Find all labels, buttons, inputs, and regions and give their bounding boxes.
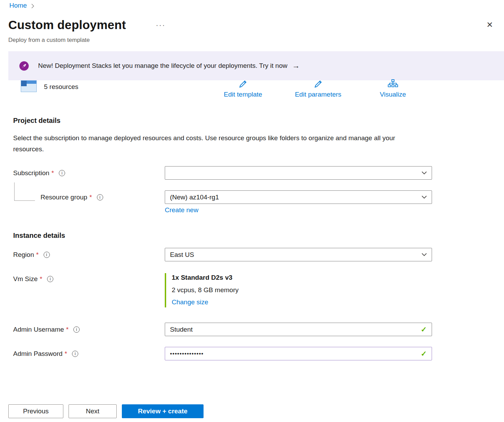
chevron-down-icon — [422, 196, 427, 199]
required-asterisk: * — [89, 194, 92, 201]
subscription-dropdown[interactable] — [165, 166, 432, 180]
label-text: Region — [13, 251, 34, 259]
info-icon[interactable]: i — [59, 170, 65, 176]
project-details-heading: Project details — [13, 117, 61, 125]
edit-parameters-button[interactable]: Edit parameters — [295, 79, 341, 98]
resource-group-label: Resource group * i — [40, 194, 103, 201]
rocket-icon — [19, 61, 29, 71]
subscription-label: Subscription * i — [13, 169, 65, 177]
required-asterisk: * — [66, 326, 69, 333]
admin-username-field: ✓ — [165, 323, 432, 336]
deployment-stacks-banner[interactable]: New! Deployment Stacks let you manage th… — [8, 51, 504, 80]
project-details-description: Select the subscription to manage deploy… — [13, 133, 413, 155]
breadcrumb: Home — [9, 2, 34, 9]
admin-password-input[interactable] — [170, 350, 421, 357]
vm-size-summary: 1x Standard D2s v3 2 vcpus, 8 GB memory … — [165, 273, 238, 307]
tree-connector-line — [14, 182, 35, 201]
action-label: Visualize — [380, 91, 406, 98]
info-icon[interactable]: i — [44, 252, 50, 258]
region-dropdown[interactable]: East US — [165, 248, 432, 261]
info-icon[interactable]: i — [47, 276, 53, 282]
visualize-button[interactable]: Visualize — [380, 79, 406, 98]
next-button[interactable]: Next — [69, 404, 117, 418]
more-options-icon[interactable]: ··· — [156, 21, 165, 30]
action-label: Edit parameters — [295, 91, 341, 98]
sitemap-icon — [380, 79, 406, 91]
info-icon[interactable]: i — [72, 351, 78, 357]
admin-password-label: Admin Password * i — [13, 350, 78, 358]
chevron-down-icon — [422, 253, 427, 256]
banner-text: New! Deployment Stacks let you manage th… — [38, 62, 287, 70]
admin-password-field: ✓ — [165, 347, 432, 360]
required-asterisk: * — [36, 251, 38, 259]
info-icon[interactable]: i — [73, 326, 80, 333]
vm-size-detail: 2 vcpus, 8 GB memory — [172, 286, 238, 294]
vm-size-title: 1x Standard D2s v3 — [172, 274, 238, 281]
chevron-right-icon — [31, 3, 34, 9]
region-value: East US — [170, 251, 194, 259]
template-resource-count: 5 resources — [44, 83, 78, 91]
info-icon[interactable]: i — [97, 194, 103, 200]
label-text: Resource group — [40, 194, 87, 201]
chevron-down-icon — [422, 171, 427, 174]
arrow-right-icon: → — [292, 61, 300, 70]
admin-username-label: Admin Username * i — [13, 326, 80, 333]
previous-button[interactable]: Previous — [8, 404, 63, 418]
label-text: Subscription — [13, 169, 50, 177]
region-label: Region * i — [13, 251, 50, 259]
close-button[interactable]: × — [487, 19, 493, 30]
label-text: Admin Username — [13, 326, 64, 333]
action-label: Edit template — [224, 91, 262, 98]
page-subtitle: Deploy from a custom template — [8, 37, 90, 44]
edit-template-button[interactable]: Edit template — [224, 79, 262, 98]
required-asterisk: * — [40, 275, 42, 283]
pencil-icon — [224, 79, 262, 91]
resource-group-dropdown[interactable]: (New) az104-rg1 — [165, 190, 432, 204]
change-size-link[interactable]: Change size — [172, 298, 208, 306]
label-text: Vm Size — [13, 275, 38, 283]
required-asterisk: * — [65, 350, 67, 358]
breadcrumb-home-link[interactable]: Home — [9, 2, 27, 9]
create-new-link[interactable]: Create new — [165, 206, 198, 214]
label-text: Admin Password — [13, 350, 63, 358]
vm-size-label: Vm Size * i — [13, 275, 53, 283]
template-icon — [21, 80, 37, 92]
valid-check-icon: ✓ — [421, 350, 427, 358]
review-create-button[interactable]: Review + create — [122, 404, 204, 418]
required-asterisk: * — [52, 169, 54, 177]
instance-details-heading: Instance details — [13, 232, 65, 240]
page-title: Custom deployment — [8, 18, 126, 32]
admin-username-input[interactable] — [170, 326, 421, 333]
resource-group-value: (New) az104-rg1 — [170, 194, 219, 201]
pencil-icon — [295, 79, 341, 91]
valid-check-icon: ✓ — [421, 325, 427, 334]
